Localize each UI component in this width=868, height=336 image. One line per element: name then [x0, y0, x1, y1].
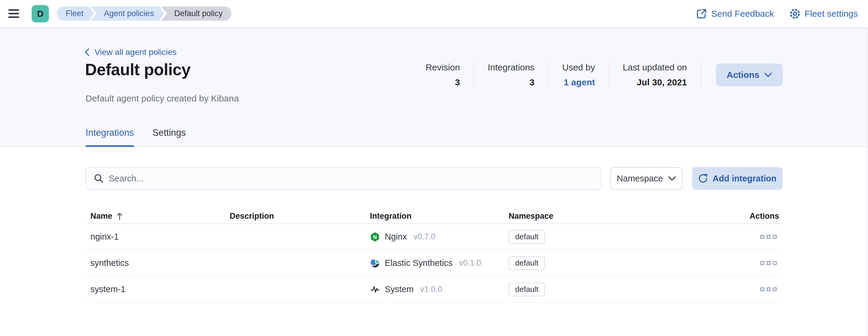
fleet-agent-policy-page: D Fleet Agent policies Default policy Se… [0, 0, 868, 336]
column-header-name[interactable]: Name [86, 212, 230, 221]
namespace-badge: default [508, 283, 545, 296]
row-name: system-1 [86, 284, 230, 294]
row-namespace: default [508, 256, 628, 270]
stat-last-updated: Last updated on Jul 30, 2021 [609, 61, 701, 89]
topbar-actions: Send Feedback Fleet settings [696, 8, 858, 19]
breadcrumb-agent-policies[interactable]: Agent policies [91, 6, 164, 21]
integrations-panel: Namespace Add integration Name [0, 147, 868, 336]
stat-label: Revision [426, 62, 460, 72]
hamburger-icon [8, 9, 19, 11]
tab-settings[interactable]: Settings [152, 127, 186, 147]
row-integration: System v1.0.0 [370, 284, 508, 295]
boxes-horizontal-icon [760, 235, 764, 239]
integrations-toolbar: Namespace Add integration [86, 167, 783, 190]
column-header-namespace[interactable]: Namespace [508, 212, 628, 221]
stat-revision: Revision 3 [412, 61, 474, 89]
stat-label: Used by [562, 62, 595, 72]
send-feedback-label: Send Feedback [711, 9, 774, 19]
stat-integrations: Integrations 3 [474, 61, 549, 89]
namespace-filter-button[interactable]: Namespace [610, 167, 682, 190]
integration-name: Elastic Synthetics [385, 258, 453, 268]
table-row: system-1 System v1.0.0 default [86, 276, 783, 303]
breadcrumb-default-policy: Default policy [161, 6, 231, 21]
integration-name: System [385, 284, 414, 294]
integration-version: v0.1.0 [459, 258, 481, 268]
table-header-row: Name Description Integration Namespace A… [86, 209, 783, 224]
fleet-settings-label: Fleet settings [805, 9, 858, 19]
add-integration-label: Add integration [713, 174, 776, 184]
row-actions-button[interactable] [758, 285, 779, 294]
column-header-actions: Actions [750, 212, 783, 221]
search-input[interactable] [109, 174, 593, 184]
row-integration: Elastic Synthetics v0.1.0 [370, 258, 508, 268]
gear-icon [789, 8, 800, 19]
boxes-horizontal-icon [760, 287, 764, 291]
menu-button[interactable] [8, 7, 22, 20]
stat-label: Last updated on [623, 62, 687, 72]
row-actions [758, 285, 783, 294]
integrations-table: Name Description Integration Namespace A… [86, 209, 783, 303]
row-actions [758, 233, 783, 241]
chevron-left-icon [85, 48, 90, 56]
sort-ascending-icon [116, 212, 123, 220]
refresh-icon [698, 174, 708, 183]
add-integration-button[interactable]: Add integration [692, 167, 783, 190]
row-name: nginx-1 [86, 232, 230, 242]
table-row: synthetics Elastic Synthetics v0.1.0 def… [86, 250, 783, 276]
table-row: nginx-1 N Nginx v0.7.0 default [86, 224, 783, 250]
view-all-agent-policies-link[interactable]: View all agent policies [85, 48, 177, 57]
stat-used-by: Used by 1 agent [549, 61, 609, 89]
policy-description: Default agent policy created by Kibana [86, 93, 239, 103]
boxes-horizontal-icon [760, 261, 764, 265]
row-name: synthetics [86, 258, 230, 268]
policy-tabs: Integrations Settings [86, 127, 186, 147]
policy-header-section: View all agent policies Default policy D… [0, 28, 868, 147]
actions-button[interactable]: Actions [716, 64, 783, 86]
integration-version: v1.0.0 [420, 285, 442, 294]
space-avatar[interactable]: D [32, 5, 49, 22]
breadcrumb-fleet[interactable]: Fleet [57, 6, 94, 21]
stat-value: 3 [426, 77, 460, 87]
column-header-description[interactable]: Description [230, 212, 370, 221]
integration-version: v0.7.0 [413, 232, 435, 241]
row-actions [758, 259, 783, 267]
stat-label: Integrations [488, 62, 534, 72]
search-field [86, 167, 601, 190]
row-actions-button[interactable] [758, 259, 779, 267]
tab-integrations[interactable]: Integrations [86, 127, 134, 147]
send-feedback-link[interactable]: Send Feedback [696, 9, 774, 19]
policy-stats: Revision 3 Integrations 3 Used by 1 agen… [412, 61, 701, 89]
system-icon [370, 284, 380, 295]
nginx-icon: N [370, 232, 380, 242]
synthetics-icon [370, 258, 380, 268]
used-by-agents-link[interactable]: 1 agent [562, 77, 595, 87]
namespace-badge: default [508, 230, 545, 244]
top-nav-bar: D Fleet Agent policies Default policy Se… [0, 0, 868, 27]
chevron-down-icon [764, 72, 772, 78]
page-title: Default policy [85, 60, 191, 79]
search-icon [94, 174, 103, 183]
row-namespace: default [508, 230, 628, 244]
namespace-badge: default [508, 256, 545, 270]
breadcrumb: Fleet Agent policies Default policy [57, 6, 231, 21]
integration-name: Nginx [385, 232, 407, 242]
row-namespace: default [508, 283, 628, 296]
chevron-down-icon [668, 176, 676, 181]
row-integration: N Nginx v0.7.0 [370, 232, 508, 242]
actions-button-label: Actions [726, 70, 760, 80]
column-header-integration[interactable]: Integration [370, 212, 508, 221]
stat-value: 3 [488, 77, 534, 87]
row-actions-button[interactable] [758, 233, 779, 241]
back-link-label: View all agent policies [95, 48, 177, 57]
stat-value: Jul 30, 2021 [623, 77, 687, 87]
external-link-icon [696, 9, 707, 19]
fleet-settings-link[interactable]: Fleet settings [789, 8, 858, 19]
svg-text:N: N [373, 234, 377, 240]
namespace-filter-label: Namespace [617, 174, 663, 184]
